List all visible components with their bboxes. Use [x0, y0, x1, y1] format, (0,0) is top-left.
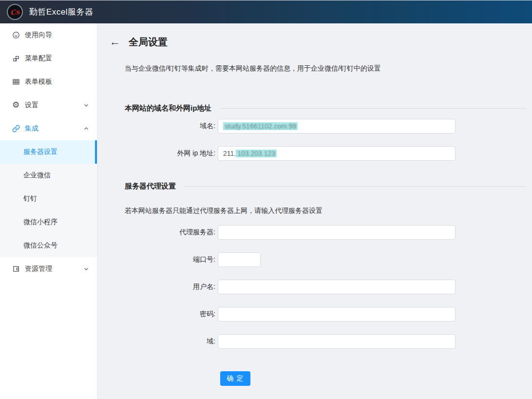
logo-glyph: Cs	[10, 8, 20, 16]
domain-label: 域名:	[110, 122, 218, 131]
submenu-item-enterprise-wechat[interactable]: 企业微信	[0, 164, 97, 187]
username-row: 用户名:	[110, 280, 526, 294]
domain-row: 域名: study.51661102.com:99	[110, 119, 526, 133]
sidebar-item-label: 菜单配置	[25, 54, 89, 63]
sidebar-item-label: 资源管理	[25, 265, 83, 273]
build-icon	[12, 55, 20, 63]
submenu-item-label: 钉钉	[23, 194, 37, 203]
sidebar: 使用向导 菜单配置 表单模板 ⚙ 设置	[0, 23, 97, 399]
sidebar-item-label: 表单模板	[25, 77, 89, 86]
port-input[interactable]	[218, 252, 261, 267]
ip-row: 外网 ip 地址: 211.103.203.123	[110, 146, 526, 161]
sidebar-item-resource-management[interactable]: 资源管理	[0, 257, 97, 281]
submenu-item-label: 企业微信	[23, 171, 51, 180]
sidebar-item-label: 使用向导	[25, 31, 89, 39]
section-divider	[220, 108, 526, 109]
ip-prefix: 211.	[223, 150, 236, 157]
submenu-item-wechat-official-account[interactable]: 微信公众号	[0, 234, 97, 257]
domain-input[interactable]: study.51661102.com:99	[218, 119, 456, 133]
main-content: ← 全局设置 当与企业微信/钉钉等集成时，需要本网站服务器的信息，用于企业微信/…	[97, 23, 532, 399]
submenu-item-label: 微信小程序	[23, 218, 57, 227]
smile-icon	[12, 31, 20, 39]
port-label: 端口号:	[110, 255, 218, 264]
section-proxy-header: 服务器代理设置	[125, 181, 526, 191]
username-input[interactable]	[218, 280, 456, 294]
app-logo-icon: Cs	[7, 4, 23, 20]
proxy-server-row: 代理服务器:	[110, 225, 526, 240]
section-site-title: 本网站的域名和外网ip地址	[125, 104, 211, 113]
chevron-down-icon	[83, 102, 89, 108]
topbar: Cs 勤哲Excel服务器	[0, 0, 532, 23]
chevron-down-icon	[83, 266, 89, 272]
submenu-item-dingtalk[interactable]: 钉钉	[0, 187, 97, 210]
redacted-value: study.51661102.com:99	[223, 122, 298, 130]
confirm-button[interactable]: 确 定	[220, 371, 250, 386]
proxy-domain-input[interactable]	[218, 334, 456, 349]
proxy-server-label: 代理服务器:	[110, 228, 218, 237]
link-icon	[12, 125, 20, 133]
page-title: 全局设置	[129, 36, 168, 49]
sidebar-item-menu-config[interactable]: 菜单配置	[0, 47, 97, 70]
sidebar-item-label: 设置	[25, 101, 83, 110]
chevron-up-icon	[83, 126, 89, 132]
table-icon	[12, 78, 20, 86]
app-title: 勤哲Excel服务器	[29, 6, 94, 18]
sidebar-item-label: 集成	[25, 124, 83, 133]
intro-text: 当与企业微信/钉钉等集成时，需要本网站服务器的信息，用于企业微信/钉钉中的设置	[125, 63, 526, 73]
section-site-header: 本网站的域名和外网ip地址	[125, 103, 526, 113]
sidebar-item-usage-guide[interactable]: 使用向导	[0, 23, 97, 47]
page-header: ← 全局设置	[110, 35, 526, 49]
port-row: 端口号:	[110, 252, 526, 267]
sidebar-item-settings[interactable]: ⚙ 设置	[0, 94, 97, 117]
submenu-item-label: 服务器设置	[23, 148, 57, 156]
sidebar-item-integration[interactable]: 集成	[0, 117, 97, 140]
submenu-item-wechat-miniprogram[interactable]: 微信小程序	[0, 210, 97, 234]
gear-icon: ⚙	[12, 101, 20, 110]
password-row: 密码:	[110, 307, 526, 322]
password-input[interactable]	[218, 307, 456, 322]
sidebar-item-form-templates[interactable]: 表单模板	[0, 70, 97, 94]
integration-submenu: 服务器设置 企业微信 钉钉 微信小程序 微信公众号	[0, 140, 97, 257]
proxy-note: 若本网站服务器只能通过代理服务器上网，请输入代理服务器设置	[125, 207, 526, 214]
ip-label: 外网 ip 地址:	[110, 149, 218, 158]
username-label: 用户名:	[110, 283, 218, 291]
section-proxy-title: 服务器代理设置	[125, 182, 176, 191]
submenu-item-label: 微信公众号	[23, 241, 57, 250]
proxy-domain-label: 域:	[110, 337, 218, 346]
proxy-domain-row: 域:	[110, 334, 526, 349]
redacted-value: 103.203.123	[236, 150, 277, 157]
project-icon	[12, 265, 20, 273]
back-button[interactable]: ←	[110, 37, 120, 47]
password-label: 密码:	[110, 310, 218, 319]
submenu-item-server-settings[interactable]: 服务器设置	[0, 140, 97, 164]
section-divider	[185, 186, 526, 187]
proxy-server-input[interactable]	[218, 225, 456, 240]
ip-input[interactable]: 211.103.203.123	[218, 146, 456, 161]
